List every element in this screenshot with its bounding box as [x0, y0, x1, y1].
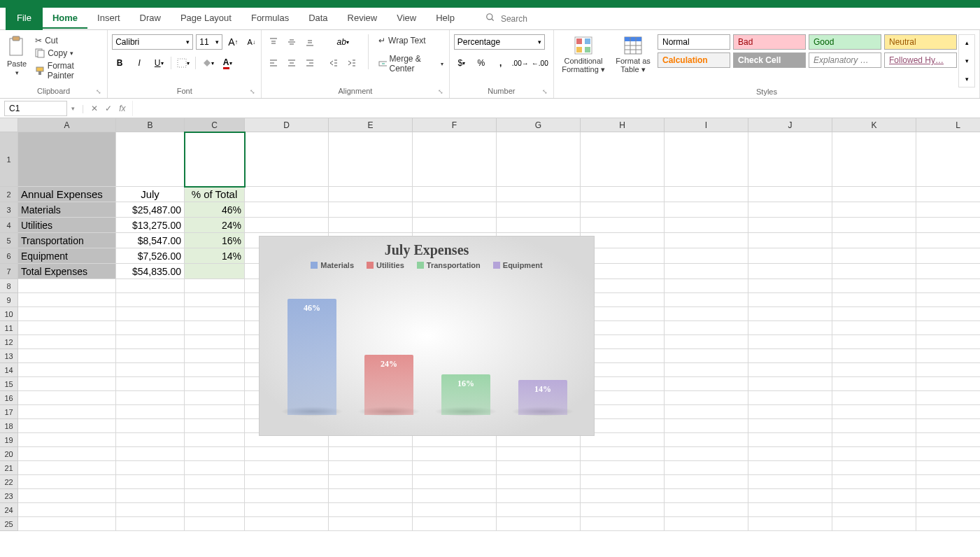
increase-decimal-button[interactable]: .00→ [513, 55, 528, 71]
style-bad[interactable]: Bad [733, 34, 806, 50]
cell-C25[interactable] [185, 517, 245, 531]
style-more[interactable]: ▾ [959, 71, 974, 87]
cell-L2[interactable] [916, 187, 980, 202]
cell-J13[interactable] [748, 349, 832, 363]
cell-C6[interactable]: 14% [185, 248, 245, 264]
comma-button[interactable]: , [493, 55, 509, 71]
cell-A14[interactable] [18, 363, 116, 377]
dialog-launcher-icon[interactable]: ⤡ [250, 88, 255, 95]
cell-A10[interactable] [18, 307, 116, 321]
cell-I5[interactable] [665, 233, 748, 248]
cell-A17[interactable] [18, 405, 116, 419]
cell-C22[interactable] [185, 475, 245, 489]
cell-A6[interactable]: Equipment [18, 248, 116, 264]
cell-I10[interactable] [665, 307, 748, 321]
cell-B11[interactable] [116, 321, 185, 335]
style-normal[interactable]: Normal [658, 34, 730, 50]
cell-G22[interactable] [497, 475, 581, 489]
cell-H23[interactable] [581, 489, 665, 503]
cell-J8[interactable] [748, 279, 832, 293]
tab-home[interactable]: Home [43, 8, 87, 29]
merge-center-button[interactable]: Merge & Center ▾ [377, 52, 445, 75]
formula-input[interactable] [132, 101, 980, 116]
cell-J12[interactable] [748, 335, 832, 349]
row-header-1[interactable]: 1 [0, 132, 18, 187]
chevron-down-icon[interactable]: ▾ [71, 105, 75, 112]
cell-K14[interactable] [832, 363, 916, 377]
cell-B10[interactable] [116, 307, 185, 321]
cell-E21[interactable] [329, 461, 413, 475]
cell-J14[interactable] [748, 363, 832, 377]
cell-H20[interactable] [581, 447, 665, 461]
cell-I22[interactable] [665, 475, 748, 489]
cell-K8[interactable] [832, 279, 916, 293]
cell-C3[interactable]: 46% [185, 202, 245, 218]
style-neutral[interactable]: Neutral [884, 34, 957, 50]
cell-D20[interactable] [245, 447, 329, 461]
currency-button[interactable]: $▾ [454, 55, 469, 71]
cell-B4[interactable]: $13,275.00 [116, 218, 185, 233]
cell-B18[interactable] [116, 419, 185, 433]
cell-B2[interactable]: July [116, 187, 185, 202]
col-header-E[interactable]: E [329, 118, 413, 132]
cell-G4[interactable] [497, 218, 581, 233]
font-size-combo[interactable]: 11▾ [196, 34, 222, 50]
cell-I11[interactable] [665, 321, 748, 335]
cell-F20[interactable] [413, 447, 497, 461]
cell-E24[interactable] [329, 503, 413, 517]
cell-K22[interactable] [832, 475, 916, 489]
row-header-13[interactable]: 13 [0, 349, 18, 363]
row-header-19[interactable]: 19 [0, 433, 18, 447]
cell-B20[interactable] [116, 447, 185, 461]
paste-button[interactable]: Paste ▾ [4, 34, 29, 78]
cell-J17[interactable] [748, 405, 832, 419]
cell-K19[interactable] [832, 433, 916, 447]
cell-C16[interactable] [185, 391, 245, 405]
cell-A8[interactable] [18, 279, 116, 293]
cell-A2[interactable]: Annual Expenses [18, 187, 116, 202]
cell-K5[interactable] [832, 233, 916, 248]
align-top-button[interactable] [266, 34, 281, 50]
cell-C10[interactable] [185, 307, 245, 321]
cell-C7[interactable] [185, 264, 245, 279]
cell-G20[interactable] [497, 447, 581, 461]
cell-C9[interactable] [185, 293, 245, 307]
cell-C13[interactable] [185, 349, 245, 363]
cut-button[interactable]: ✂Cut [34, 34, 103, 47]
cell-L12[interactable] [916, 335, 980, 349]
cell-B14[interactable] [116, 363, 185, 377]
cell-A5[interactable]: Transportation [18, 233, 116, 248]
cell-C4[interactable]: 24% [185, 218, 245, 233]
tab-file[interactable]: File [6, 7, 43, 30]
cell-B16[interactable] [116, 391, 185, 405]
cell-L5[interactable] [916, 233, 980, 248]
cell-A9[interactable] [18, 293, 116, 307]
cell-B19[interactable] [116, 433, 185, 447]
cell-J6[interactable] [748, 248, 832, 264]
orientation-button[interactable]: ab▾ [326, 34, 360, 50]
cell-K1[interactable] [832, 132, 916, 187]
cell-J3[interactable] [748, 202, 832, 218]
cell-L16[interactable] [916, 391, 980, 405]
cell-H21[interactable] [581, 461, 665, 475]
cell-C1[interactable] [185, 132, 245, 187]
percent-button[interactable]: % [474, 55, 489, 71]
cell-A25[interactable] [18, 517, 116, 531]
cell-C15[interactable] [185, 377, 245, 391]
wrap-text-button[interactable]: ↵Wrap Text [377, 34, 445, 47]
cell-I24[interactable] [665, 503, 748, 517]
cell-B24[interactable] [116, 503, 185, 517]
row-header-12[interactable]: 12 [0, 335, 18, 349]
row-header-21[interactable]: 21 [0, 461, 18, 475]
row-header-4[interactable]: 4 [0, 218, 18, 233]
cell-B12[interactable] [116, 335, 185, 349]
cell-I1[interactable] [665, 132, 748, 187]
row-header-7[interactable]: 7 [0, 264, 18, 279]
cell-K6[interactable] [832, 248, 916, 264]
cancel-icon[interactable]: ✕ [91, 104, 98, 113]
cell-L6[interactable] [916, 248, 980, 264]
tab-page-layout[interactable]: Page Layout [171, 8, 241, 29]
cell-C23[interactable] [185, 489, 245, 503]
cell-K2[interactable] [832, 187, 916, 202]
cell-I9[interactable] [665, 293, 748, 307]
